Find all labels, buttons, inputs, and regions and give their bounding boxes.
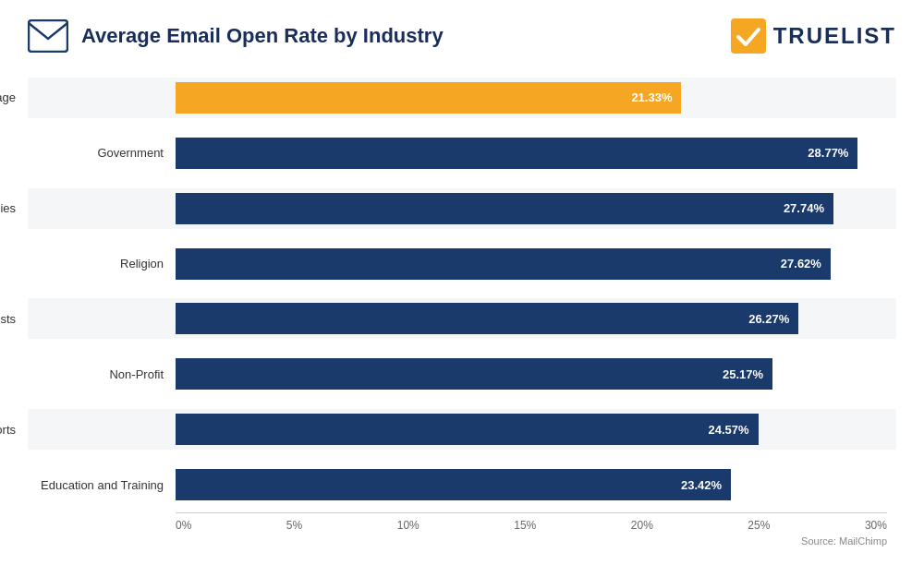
email-icon xyxy=(28,19,68,53)
x-axis-tick: 30% xyxy=(865,519,887,532)
truelist-badge-icon xyxy=(731,18,766,54)
bar-fill: 26.27% xyxy=(176,303,798,334)
bar-value: 27.74% xyxy=(784,201,824,215)
bar-label: Government xyxy=(28,146,171,160)
bar-row: Education and Training23.42% xyxy=(176,464,887,505)
x-axis: 0%5%10%15%20%25%30% xyxy=(176,512,887,532)
bar-value: 24.57% xyxy=(709,423,749,437)
bar-fill: 24.57% xyxy=(176,414,759,445)
bar-value: 26.27% xyxy=(748,312,789,326)
header: Average Email Open Rate by Industry TRUE… xyxy=(28,18,896,54)
bar-fill: 27.62% xyxy=(176,248,831,280)
logo: TRUELIST xyxy=(731,18,896,54)
svg-rect-1 xyxy=(731,18,766,54)
svg-rect-0 xyxy=(29,20,67,52)
bar-row: Hobbies27.74% xyxy=(28,188,896,229)
bar-value: 21.33% xyxy=(631,90,672,104)
bar-value: 28.77% xyxy=(808,146,848,160)
bar-value: 27.62% xyxy=(781,257,821,270)
source-text: Source: MailChimp xyxy=(28,535,896,547)
x-axis-tick: 25% xyxy=(748,519,770,532)
x-axis-tick: 15% xyxy=(514,519,536,532)
bar-row: Non-Profit25.17% xyxy=(176,354,887,394)
bar-fill: 28.77% xyxy=(176,138,857,169)
bar-label: Sports xyxy=(0,423,23,437)
bar-row: Sports24.57% xyxy=(28,409,896,450)
bar-track: 21.33% xyxy=(176,82,887,114)
bar-track: 26.27% xyxy=(176,303,887,334)
bar-track: 23.42% xyxy=(176,469,887,500)
bar-row: Religion27.62% xyxy=(176,244,887,284)
bar-fill: 27.74% xyxy=(176,193,833,224)
bar-label: Religion xyxy=(28,257,171,270)
header-left: Average Email Open Rate by Industry xyxy=(28,19,444,53)
bar-value: 25.17% xyxy=(723,367,763,381)
page-title: Average Email Open Rate by Industry xyxy=(81,24,444,48)
main-container: Average Email Open Rate by Industry TRUE… xyxy=(0,0,924,565)
bar-row: Government28.77% xyxy=(176,133,887,174)
bar-label: Education and Training xyxy=(28,478,171,492)
x-axis-tick: 5% xyxy=(286,519,302,532)
bar-row: Average21.33% xyxy=(28,78,896,118)
bar-track: 27.74% xyxy=(176,193,887,224)
bars-container: Average21.33%Government28.77%Hobbies27.7… xyxy=(28,70,896,512)
bar-fill: 21.33% xyxy=(176,82,681,114)
bar-label: Non-Profit xyxy=(28,367,171,381)
chart-area: Average21.33%Government28.77%Hobbies27.7… xyxy=(28,70,896,547)
bar-track: 25.17% xyxy=(176,358,887,390)
bar-value: 23.42% xyxy=(681,478,722,492)
bar-label: Arts and Artists xyxy=(0,312,23,326)
bar-row: Arts and Artists26.27% xyxy=(28,298,896,339)
bar-label: Average xyxy=(0,90,23,104)
logo-text: TRUELIST xyxy=(773,23,896,49)
x-axis-tick: 0% xyxy=(176,519,191,532)
x-axis-tick: 10% xyxy=(397,519,419,532)
bar-fill: 23.42% xyxy=(176,469,731,500)
bar-label: Hobbies xyxy=(0,201,23,215)
x-axis-tick: 20% xyxy=(631,519,653,532)
bar-fill: 25.17% xyxy=(176,358,772,390)
bar-track: 24.57% xyxy=(176,414,887,445)
bar-track: 28.77% xyxy=(176,138,887,169)
bar-track: 27.62% xyxy=(176,248,887,280)
